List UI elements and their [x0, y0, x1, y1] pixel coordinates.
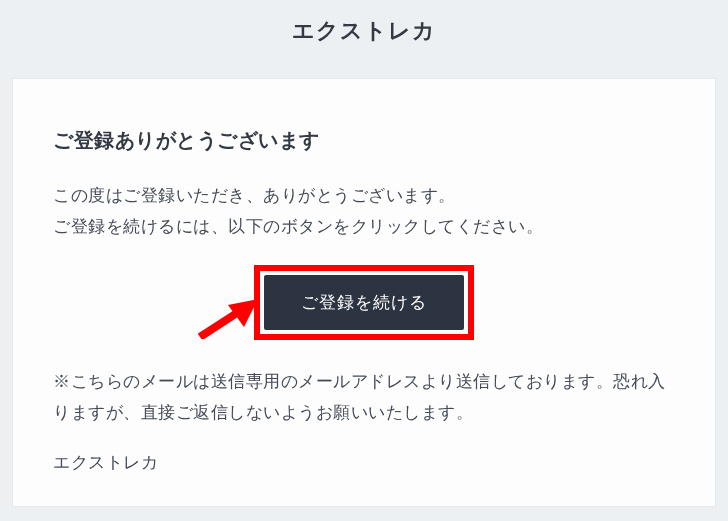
note-text: ※こちらのメールは送信専用のメールアドレスより送信しております。恐れ入りますが、…: [53, 366, 675, 429]
card-heading: ご登録ありがとうございます: [53, 127, 675, 154]
page-title: エクストレカ: [0, 16, 728, 46]
page-header: エクストレカ: [0, 0, 728, 70]
body-line-1: この度はご登録いただき、ありがとうございます。: [53, 180, 675, 211]
svg-marker-1: [228, 299, 258, 327]
body-line-2: ご登録を続けるには、以下のボタンをクリックしてください。: [53, 211, 675, 242]
svg-line-0: [200, 311, 240, 337]
continue-button[interactable]: ご登録を続ける: [264, 275, 464, 330]
email-card: ご登録ありがとうございます この度はご登録いただき、ありがとうございます。 ご登…: [12, 78, 716, 507]
signature-text: エクストレカ: [53, 451, 675, 474]
arrow-icon: [198, 299, 258, 339]
continue-button-wrap: ご登録を続ける: [254, 265, 474, 340]
